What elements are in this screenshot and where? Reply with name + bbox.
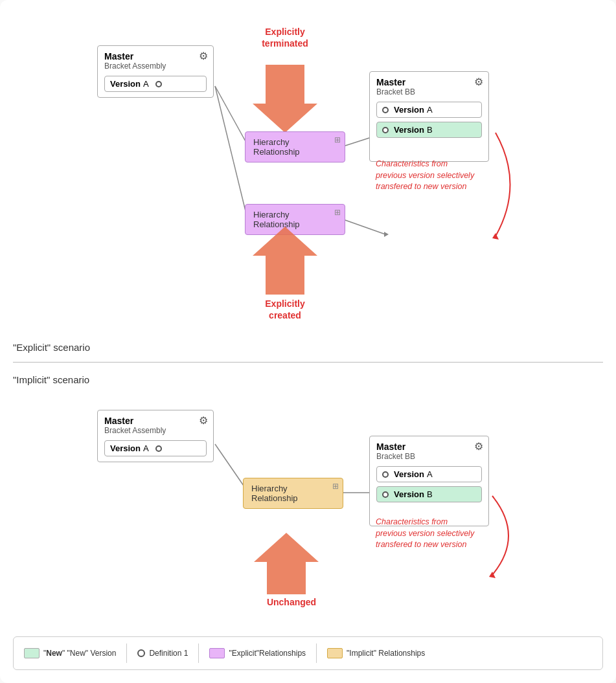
version-a-letter: A <box>427 105 433 115</box>
legend-explicit-rel-label: "Explicit"Relationships <box>229 649 306 658</box>
master-right-title: Master <box>376 77 482 87</box>
version-letter-left: A <box>143 79 149 89</box>
master-left-implicit-version: Version A <box>104 440 207 456</box>
legend-implicit-rel: "Implicit" Relationships <box>327 648 425 658</box>
va-label-implicit: Version <box>394 469 424 479</box>
svg-marker-12 <box>489 572 496 578</box>
hr-icon-2: ⊞ <box>334 208 341 217</box>
legend-definition: Definition 1 <box>137 649 188 658</box>
master-left-title: Master <box>104 51 207 62</box>
master-right-implicit-subtitle: Bracket BB <box>376 452 482 461</box>
legend-circle <box>137 649 145 657</box>
legend-div-2 <box>198 644 199 663</box>
main-container: Explicitly terminated ⚙ Master Bracket A… <box>0 0 616 683</box>
gear-icon-right: ⚙ <box>474 76 483 88</box>
implicit-scenario-label: "Implicit" scenario <box>13 369 603 390</box>
implicit-diagram: ⚙ Master Bracket Assembly Version A ⊞ Hi… <box>13 397 603 630</box>
vb-label-implicit: Version <box>394 489 424 499</box>
legend-explicit-rel: "Explicit"Relationships <box>209 648 306 658</box>
master-right-version-b-row: Version B <box>376 122 482 138</box>
legend-new-version: "New" "New" Version <box>24 648 116 658</box>
hr-icon-1: ⊞ <box>334 135 341 144</box>
master-right-subtitle: Bracket BB <box>376 87 482 96</box>
vb-dot-implicit <box>382 491 389 498</box>
svg-marker-6 <box>384 232 389 237</box>
legend-implicit-rel-label: "Implicit" Relationships <box>347 649 425 658</box>
master-left-implicit: ⚙ Master Bracket Assembly Version A <box>97 410 214 462</box>
version-letter-left-implicit: A <box>143 443 149 453</box>
version-label-left-implicit: Version <box>110 443 141 453</box>
svg-line-2 <box>215 86 246 214</box>
svg-line-1 <box>215 86 246 142</box>
svg-marker-8 <box>253 227 317 295</box>
vb-letter-implicit: B <box>427 489 433 499</box>
master-left-subtitle: Bracket Assembly <box>104 62 207 71</box>
svg-marker-7 <box>492 233 499 240</box>
hr-icon-implicit: ⊞ <box>332 482 339 491</box>
legend-swatch-orange <box>327 648 343 658</box>
master-left-implicit-subtitle: Bracket Assembly <box>104 426 207 435</box>
va-dot-implicit <box>382 471 389 478</box>
legend-div-1 <box>126 644 127 663</box>
hr-box-1: ⊞ HierarchyRelationship <box>245 131 345 162</box>
legend-swatch-green <box>24 648 40 658</box>
version-b-label: Version <box>394 125 424 135</box>
svg-line-5 <box>345 220 385 234</box>
characteristics-implicit: Characteristics from previous version se… <box>376 517 518 551</box>
svg-line-9 <box>215 444 245 487</box>
master-left-implicit-title: Master <box>104 416 207 426</box>
legend-swatch-purple <box>209 648 225 658</box>
explicitly-terminated-label: Explicitly terminated <box>246 26 324 49</box>
master-right-implicit-vb: Version B <box>376 486 482 502</box>
legend: "New" "New" Version Definition 1 "Explic… <box>13 636 603 670</box>
version-a-dot <box>382 107 389 113</box>
explicit-diagram: Explicitly terminated ⚙ Master Bracket A… <box>13 13 603 337</box>
divider-1 <box>13 362 603 363</box>
gear-icon-left-implicit: ⚙ <box>199 414 208 427</box>
svg-marker-13 <box>254 533 319 594</box>
version-dot-left-implicit <box>155 445 162 452</box>
legend-new-version-label: "New" "New" Version <box>43 649 116 658</box>
master-right-implicit-title: Master <box>376 442 482 452</box>
va-letter-implicit: A <box>427 469 433 479</box>
characteristics-annotation: Characteristics from previous version se… <box>376 159 518 193</box>
version-b-letter: B <box>427 125 433 135</box>
version-a-label: Version <box>394 105 424 115</box>
legend-div-3 <box>316 644 317 663</box>
gear-icon-left: ⚙ <box>199 50 208 62</box>
unchanged-label: Unchanged <box>253 596 330 608</box>
master-left-version-row: Version A <box>104 76 207 92</box>
legend-definition-label: Definition 1 <box>149 649 188 658</box>
gear-icon-right-implicit: ⚙ <box>474 440 483 453</box>
master-left-node: ⚙ Master Bracket Assembly Version A <box>97 45 214 98</box>
version-dot-left <box>155 81 162 87</box>
master-right-node: ⚙ Master Bracket BB Version A Version B <box>369 71 489 162</box>
svg-marker-0 <box>253 65 317 133</box>
master-right-implicit-va: Version A <box>376 466 482 482</box>
explicitly-created-label: Explicitly created <box>246 298 324 321</box>
version-b-dot <box>382 127 389 133</box>
explicit-scenario-label: "Explicit" scenario <box>13 337 603 358</box>
master-right-implicit: ⚙ Master Bracket BB Version A Version B <box>369 436 489 526</box>
hr-box-2: ⊞ HierarchyRelationship <box>245 204 345 235</box>
hr-box-implicit: ⊞ HierarchyRelationship <box>243 478 343 509</box>
version-label-left: Version <box>110 79 141 89</box>
master-right-version-a-row: Version A <box>376 102 482 118</box>
